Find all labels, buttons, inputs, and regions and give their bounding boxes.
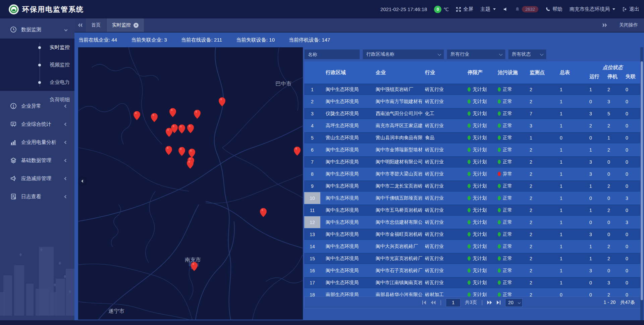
row-production-limit: 无计划	[465, 277, 495, 288]
map-pin-icon[interactable]	[187, 160, 194, 169]
map-pin-icon[interactable]	[260, 208, 267, 217]
sidebar-item-0[interactable]: 数据监测	[0, 20, 74, 39]
row-company: 阆中市二龙长宝页岩砖	[370, 180, 422, 192]
org-menu[interactable]: 南充市生态环境局	[570, 6, 615, 12]
table-row[interactable]: 18南部生态环境局南部县砖华小河有限公砖材加工无计划正常20020	[304, 289, 641, 296]
close-operations-button[interactable]: 关闭操作	[619, 22, 638, 28]
page-size-select[interactable]: 20	[505, 299, 523, 307]
sidebar-item-3[interactable]: 企业用电量分析	[0, 133, 74, 151]
sidebar-item-2[interactable]: 企业综合统计	[0, 115, 74, 133]
production-limit-label: 无计划	[473, 147, 487, 153]
status-filter-select[interactable]: 所有状态	[508, 49, 546, 59]
table-row[interactable]: 5营山生态环境局营山县润丰肉食品有限食品无计划正常10010	[304, 132, 641, 144]
name-filter-input[interactable]	[304, 49, 360, 59]
treatment-facility-label: 正常	[503, 147, 512, 153]
map-pin-icon[interactable]	[191, 262, 198, 271]
row-monitor-points: 2	[527, 265, 556, 276]
status-dot-green-icon	[498, 232, 501, 236]
row-company: 阆中市江南镇阆南页岩	[370, 277, 422, 288]
table-row[interactable]: 7阆中生态环境局阆中明阳建材有限公司砖瓦行业无计划正常21300	[304, 156, 641, 168]
table-row[interactable]: 12阆中生态环境局阆中市忠信建材有限公砖瓦行业无计划正常21003	[304, 216, 641, 228]
production-limit-label: 无计划	[473, 123, 487, 129]
production-limit-label: 无计划	[473, 183, 487, 189]
next-page-button[interactable]	[487, 301, 492, 305]
row-monitor-points: 2	[527, 96, 556, 107]
map-pin-icon[interactable]	[165, 146, 172, 155]
row-production-limit: 无计划	[465, 228, 495, 240]
row-running-count: 2	[585, 120, 603, 131]
map-pin-icon[interactable]	[178, 124, 185, 133]
table-row[interactable]: 11阆中生态环境局阆中市五马桥页岩机砖砖瓦行业无计划正常21120	[304, 204, 641, 216]
production-limit-label: 无计划	[473, 292, 487, 297]
tab-close-icon[interactable]: ×	[133, 23, 139, 28]
map-pin-icon[interactable]	[189, 149, 195, 158]
first-page-button[interactable]	[422, 301, 426, 305]
industry-filter-select[interactable]: 所有行业	[447, 49, 505, 59]
map-canvas[interactable]: 巴中市南充市遂宁市	[78, 47, 303, 320]
theme-menu[interactable]: 主题	[480, 6, 496, 12]
table-row[interactable]: 10阆中生态环境局阆中千佛镇五郎垭页岩砖瓦行业无计划正常21003	[304, 192, 641, 204]
sidebar-item-6[interactable]: 日志查看	[0, 187, 74, 206]
map-pin-icon[interactable]	[187, 124, 194, 133]
fullscreen-button[interactable]: 全屏	[456, 6, 473, 12]
table-row[interactable]: 8阆中生态环境局阆中市枣碧大梁山页岩砖瓦行业无计划异常21300	[304, 168, 641, 180]
region-filter-select[interactable]: 行政区域名称	[363, 49, 444, 59]
prev-page-button[interactable]	[431, 301, 436, 305]
map-pin-icon[interactable]	[133, 111, 140, 120]
sidebar-item-1[interactable]: 企业异常	[0, 97, 74, 115]
map-pin-icon[interactable]	[151, 113, 158, 122]
tab-home[interactable]: 首页	[86, 18, 106, 32]
map-pin-icon[interactable]	[294, 147, 301, 156]
notifications[interactable]: 2632	[515, 6, 538, 12]
treatment-facility-label: 正常	[503, 256, 512, 262]
page-number-input[interactable]	[446, 299, 461, 307]
table-row[interactable]: 3仪陇生态环境局西南油气田分公司川中化工无计划正常71350	[304, 108, 641, 120]
tabs-scroll-left-button[interactable]	[74, 18, 86, 32]
last-page-button[interactable]	[496, 301, 501, 305]
tabbar-actions: 关闭操作	[599, 18, 644, 32]
sound-toggle[interactable]	[503, 7, 508, 12]
map-pin-icon[interactable]	[169, 108, 176, 117]
map-pin-icon[interactable]	[178, 147, 185, 156]
vertical-scrollbar[interactable]	[640, 47, 643, 320]
map-pin-icon[interactable]	[194, 110, 201, 119]
butterfly-decoration	[19, 253, 22, 257]
sidebar-item-5[interactable]: 应急减排管理	[0, 169, 74, 187]
row-offline-count: 0	[621, 240, 641, 252]
row-running-count: 0	[585, 216, 603, 228]
sidebar: 数据监测实时监控视频监控企业电力负荷明细企业异常企业综合统计企业用电量分析基础数…	[0, 18, 74, 320]
table-row[interactable]: 15阆中生态环境局阆中市光富页岩机砖厂砖瓦行业无计划正常21120	[304, 253, 641, 265]
table-row[interactable]: 1阆中生态环境局阆中强锐页岩砖厂砖瓦行业无计划正常21120	[304, 84, 641, 96]
sidebar-item-4[interactable]: 基础数据管理	[0, 151, 74, 169]
status-dot-green-icon	[498, 256, 501, 261]
sidebar-subitem-0-2[interactable]: 企业电力负荷明细	[0, 73, 74, 91]
scrollbar-thumb[interactable]	[641, 61, 643, 300]
row-total-meter: 1	[556, 216, 585, 228]
table-row[interactable]: 16阆中生态环境局阆中市石子页岩机砖厂砖瓦行业无计划正常21300	[304, 265, 641, 277]
row-company: 阆中市光富页岩机砖厂	[370, 253, 422, 264]
table-row[interactable]: 13阆中生态环境局阆中市金福旺页岩机砖砖瓦行业无计划正常21300	[304, 228, 641, 240]
building-silhouette	[39, 247, 54, 316]
row-total-meter: 1	[556, 96, 585, 107]
table-row[interactable]: 14阆中生态环境局阆中大兴页岩机砖厂砖瓦行业无计划正常21120	[304, 240, 641, 253]
table-row[interactable]: 2阆中生态环境局阆中市南方节能建材有砖瓦行业无计划正常21030	[304, 96, 641, 108]
logout-button[interactable]: 退出	[622, 6, 639, 12]
sidebar-subitem-0-0[interactable]: 实时监控	[0, 39, 74, 56]
table-row[interactable]: 4高坪生态环境局南充市高坪区王家店建砖瓦行业无计划正常31220	[304, 120, 641, 132]
table-row[interactable]: 6阆中生态环境局阆中市金博瑞新型墙材砖瓦行业无计划正常21120	[304, 144, 641, 156]
map-pin-icon[interactable]	[171, 124, 178, 133]
row-stopped-count: 0	[603, 265, 621, 276]
row-treatment-facility: 正常	[495, 96, 527, 107]
table-row[interactable]: 17阆中生态环境局阆中市江南镇阆南页岩砖瓦行业无计划正常21030	[304, 277, 641, 289]
help-button[interactable]: 帮助	[545, 6, 562, 12]
tab-realtime-monitor[interactable]: 实时监控 ×	[107, 18, 144, 32]
map-pin-icon[interactable]	[219, 97, 225, 106]
row-company: 南充市高坪区王家店建	[370, 120, 422, 131]
map-collapse-handle[interactable]	[78, 177, 86, 185]
row-index: 7	[304, 156, 320, 168]
sidebar-subitem-0-1[interactable]: 视频监控	[0, 56, 74, 73]
row-index: 9	[304, 180, 320, 192]
row-region: 营山生态环境局	[320, 132, 370, 144]
table-row[interactable]: 9阆中生态环境局阆中市二龙长宝页岩砖砖瓦行业无计划正常21120	[304, 180, 641, 192]
tabs-scroll-right-button[interactable]	[599, 23, 610, 27]
